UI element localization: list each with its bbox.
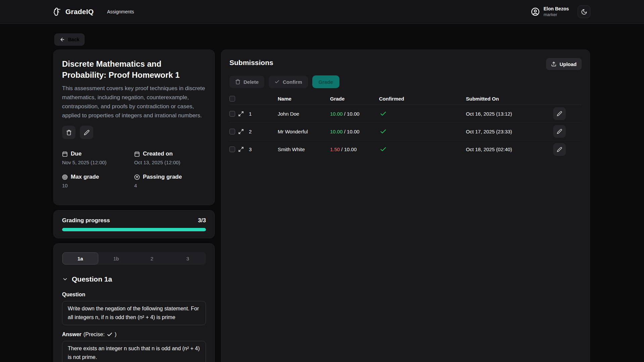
row-name: Smith White xyxy=(278,146,330,152)
question-tabs: 1a 1b 2 3 xyxy=(62,252,206,265)
upload-icon xyxy=(551,61,556,67)
pencil-icon xyxy=(557,129,562,134)
back-button[interactable]: Back xyxy=(54,34,85,46)
user-name: Elon Bezos xyxy=(544,6,569,12)
row-submitted: Oct 16, 2025 (13:12) xyxy=(466,111,550,117)
row-grade: 10.00 / 10.00 xyxy=(330,129,379,134)
due-label: Due xyxy=(71,150,82,157)
answer-label: Answer (Precise: ) xyxy=(62,331,206,338)
question-heading[interactable]: Question 1a xyxy=(62,275,206,283)
confirmed-check-icon xyxy=(379,146,466,153)
grading-progress-card: Grading progress 3/3 xyxy=(53,210,215,238)
confirm-submissions-button[interactable]: Confirm xyxy=(269,76,308,88)
check-icon xyxy=(107,331,113,338)
column-header-grade: Grade xyxy=(330,96,379,102)
row-checkbox[interactable] xyxy=(229,111,235,117)
passing-grade-label: Passing grade xyxy=(143,174,182,180)
expand-submission-button[interactable] xyxy=(238,146,249,152)
table-row: 2 Mr Wonderful 10.00 / 10.00 Oct 17, 202… xyxy=(229,123,582,140)
delete-submissions-button[interactable]: Delete xyxy=(229,76,264,88)
delete-assignment-button[interactable] xyxy=(62,126,75,139)
max-grade-value: 10 xyxy=(62,183,134,188)
assignment-details: Due Nov 5, 2025 (12:00) Created on Oct 1… xyxy=(62,150,206,188)
trash-icon xyxy=(235,79,240,84)
progress-bar-track xyxy=(62,228,206,231)
submissions-card: Submissions Upload Delete xyxy=(221,50,590,362)
question-card: 1a 1b 2 3 Question 1a Question Write dow… xyxy=(53,243,215,362)
progress-bar-fill xyxy=(62,228,206,231)
navbar-right: Elon Bezos marker xyxy=(531,5,590,18)
target-icon xyxy=(62,174,68,180)
confirmed-check-icon xyxy=(379,110,466,117)
user-role: marker xyxy=(544,12,569,17)
circle-user-icon xyxy=(531,7,540,16)
max-grade-detail: Max grade 10 xyxy=(62,174,134,188)
submissions-title: Submissions xyxy=(229,59,273,67)
moon-icon xyxy=(581,9,587,15)
submissions-table: Name Grade Confirmed Submitted On 1 John… xyxy=(229,93,582,158)
question-label: Question xyxy=(62,292,206,298)
created-label: Created on xyxy=(143,150,173,157)
grading-progress-label: Grading progress xyxy=(62,217,110,224)
circle-arrow-up-icon xyxy=(134,174,140,180)
theme-toggle-button[interactable] xyxy=(578,5,590,18)
assignment-description: This assessment covers key proof techniq… xyxy=(62,84,206,120)
assignment-card: Discrete Mathematics and Probability: Pr… xyxy=(53,50,215,205)
select-all-checkbox[interactable] xyxy=(229,96,235,102)
grade-button[interactable]: Grade xyxy=(312,75,339,88)
row-submitted: Oct 18, 2025 (02:40) xyxy=(466,146,550,152)
row-name: Mr Wonderful xyxy=(278,129,330,134)
row-checkbox[interactable] xyxy=(229,146,235,152)
row-index: 1 xyxy=(249,111,278,117)
brain-icon xyxy=(53,7,62,16)
expand-submission-button[interactable] xyxy=(238,111,249,117)
tab-question-1a[interactable]: 1a xyxy=(62,252,98,264)
edit-submission-button[interactable] xyxy=(553,143,566,156)
back-button-label: Back xyxy=(68,37,79,42)
expand-submission-button[interactable] xyxy=(238,129,249,134)
table-row: 3 Smith White 1.50 / 10.00 Oct 18, 2025 … xyxy=(229,140,582,158)
tab-question-2[interactable]: 2 xyxy=(134,252,170,264)
table-header: Name Grade Confirmed Submitted On xyxy=(229,93,582,105)
max-grade-label: Max grade xyxy=(71,174,99,180)
edit-assignment-button[interactable] xyxy=(80,126,93,139)
due-detail: Due Nov 5, 2025 (12:00) xyxy=(62,150,134,165)
created-detail: Created on Oct 13, 2025 (12:00) xyxy=(134,150,206,165)
trash-icon xyxy=(66,130,72,135)
arrow-left-icon xyxy=(60,37,65,42)
calendar-icon xyxy=(134,151,140,157)
chevron-down-icon xyxy=(62,276,68,282)
grading-progress-value: 3/3 xyxy=(198,217,206,224)
column-header-name: Name xyxy=(278,96,330,102)
question-heading-text: Question 1a xyxy=(72,275,112,283)
navbar: GradeIQ Assignments Elon Bezos marker xyxy=(0,0,644,24)
upload-button[interactable]: Upload xyxy=(546,58,582,70)
row-checkbox[interactable] xyxy=(229,129,235,134)
column-header-submitted: Submitted On xyxy=(466,96,550,102)
tab-question-3[interactable]: 3 xyxy=(170,252,206,264)
row-grade: 10.00 / 10.00 xyxy=(330,111,379,117)
brand-name: GradeIQ xyxy=(65,8,94,16)
assignment-actions xyxy=(62,126,206,139)
row-submitted: Oct 17, 2025 (23:33) xyxy=(466,129,550,134)
pencil-icon xyxy=(84,130,90,135)
tab-question-1b[interactable]: 1b xyxy=(98,252,134,264)
row-index: 2 xyxy=(249,129,278,134)
edit-submission-button[interactable] xyxy=(553,107,566,120)
user-block: Elon Bezos marker xyxy=(544,6,569,17)
pencil-icon xyxy=(557,147,562,152)
nav-item-assignments[interactable]: Assignments xyxy=(107,9,134,14)
assignment-title: Discrete Mathematics and Probability: Pr… xyxy=(62,58,206,80)
edit-submission-button[interactable] xyxy=(553,125,566,138)
brand: GradeIQ xyxy=(53,7,94,16)
question-text-box: Write down the negation of the following… xyxy=(62,301,206,325)
passing-grade-value: 4 xyxy=(134,183,206,188)
row-grade: 1.50 / 10.00 xyxy=(330,146,379,152)
expand-icon xyxy=(238,111,249,117)
table-row: 1 John Doe 10.00 / 10.00 Oct 16, 2025 (1… xyxy=(229,105,582,123)
row-index: 3 xyxy=(249,146,278,152)
row-name: John Doe xyxy=(278,111,330,117)
expand-icon xyxy=(238,129,249,134)
confirmed-check-icon xyxy=(379,128,466,135)
passing-grade-detail: Passing grade 4 xyxy=(134,174,206,188)
